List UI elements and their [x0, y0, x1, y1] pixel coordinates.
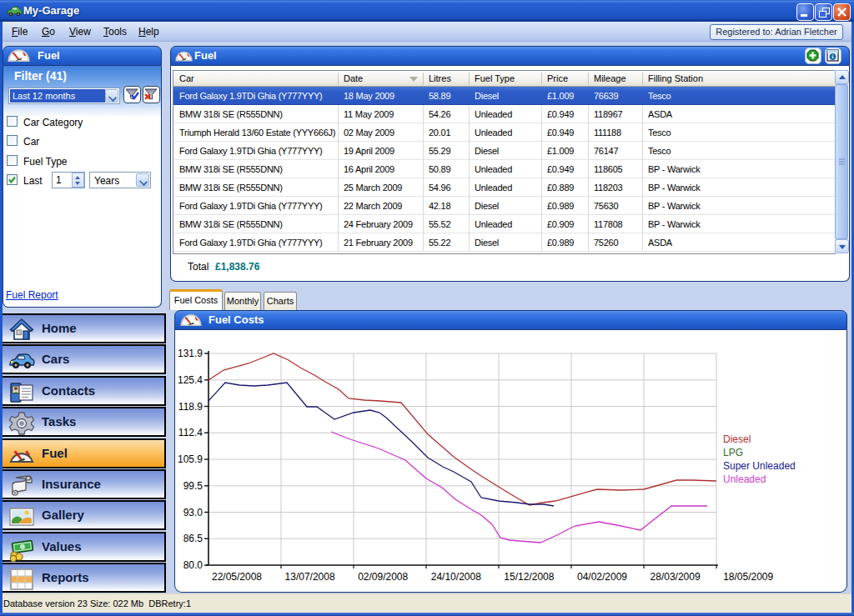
- svg-text:86.5: 86.5: [183, 533, 203, 544]
- svg-text:02/09/2008: 02/09/2008: [358, 571, 408, 583]
- svg-text:15/12/2008: 15/12/2008: [504, 571, 554, 583]
- svg-text:04/02/2009: 04/02/2009: [577, 571, 627, 583]
- svg-text:93.0: 93.0: [183, 507, 203, 518]
- svg-text:112.4: 112.4: [178, 427, 203, 438]
- svg-text:24/10/2008: 24/10/2008: [431, 571, 481, 583]
- svg-text:Super Unleaded: Super Unleaded: [723, 460, 796, 472]
- svg-text:Unleaded: Unleaded: [723, 473, 766, 485]
- svg-text:118.9: 118.9: [178, 401, 203, 413]
- svg-text:18/05/2009: 18/05/2009: [723, 571, 773, 583]
- svg-text:LPG: LPG: [723, 447, 743, 458]
- svg-text:131.9: 131.9: [178, 348, 203, 359]
- svg-text:28/03/2009: 28/03/2009: [651, 571, 701, 583]
- svg-text:22/05/2008: 22/05/2008: [212, 571, 262, 583]
- svg-text:13/07/2008: 13/07/2008: [285, 571, 335, 583]
- svg-text:99.5: 99.5: [183, 480, 203, 492]
- svg-text:80.0: 80.0: [183, 559, 203, 571]
- svg-text:Diesel: Diesel: [723, 433, 751, 445]
- svg-text:125.4: 125.4: [178, 374, 203, 386]
- svg-text:105.9: 105.9: [178, 453, 203, 465]
